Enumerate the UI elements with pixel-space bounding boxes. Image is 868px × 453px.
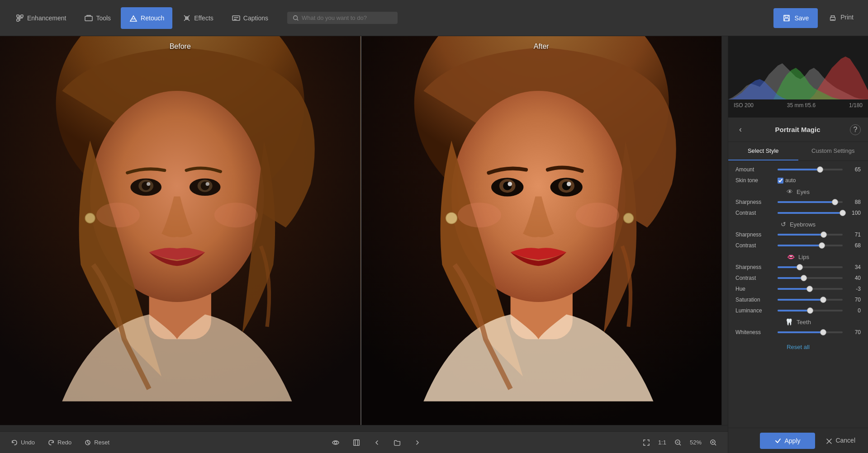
eyebrows-contrast-row: Contrast 68 — [735, 242, 861, 249]
lips-saturation-row: Saturation 70 — [735, 297, 861, 303]
tools-button[interactable]: Tools — [76, 7, 119, 29]
retouch-button[interactable]: Retouch — [121, 7, 172, 29]
reset-label: Reset — [94, 439, 109, 446]
eyes-sharpness-slider[interactable] — [778, 201, 843, 203]
amount-slider-thumb[interactable] — [817, 166, 823, 173]
eyes-sharpness-value: 88 — [846, 199, 861, 205]
print-icon — [829, 14, 837, 22]
lips-contrast-row: Contrast 40 — [735, 275, 861, 281]
apply-label: Apply — [784, 437, 800, 444]
nav-prev-button[interactable] — [370, 437, 384, 448]
svg-point-41 — [623, 213, 633, 223]
lips-icon: 👄 — [787, 253, 795, 260]
svg-point-6 — [294, 15, 298, 19]
eyebrows-section-title: Eyebrows — [790, 221, 816, 228]
lips-hue-slider[interactable] — [778, 288, 843, 290]
lips-sharpness-slider[interactable] — [778, 266, 843, 268]
close-icon — [826, 438, 832, 444]
retouch-label: Retouch — [141, 14, 164, 22]
retouch-icon — [129, 14, 138, 23]
top-toolbar: Enhancement Tools Retouch Effects Captio… — [0, 0, 868, 36]
zoom-out-icon — [674, 439, 682, 446]
eyebrows-sharpness-label: Sharpness — [735, 231, 774, 238]
save-label: Save — [794, 14, 809, 22]
enhancement-icon — [15, 14, 24, 23]
effects-button[interactable]: Effects — [174, 7, 222, 29]
lips-sharpness-value: 34 — [846, 264, 861, 270]
amount-label: Amount — [735, 166, 774, 173]
eyes-contrast-slider[interactable] — [778, 212, 843, 214]
redo-icon — [47, 439, 55, 446]
nav-next-button[interactable] — [410, 437, 425, 448]
bottom-right-controls: 1:1 52% — [639, 437, 721, 448]
fit-button[interactable] — [349, 437, 364, 448]
redo-button[interactable]: Redo — [44, 437, 75, 448]
teeth-section-title: Teeth — [797, 319, 811, 326]
sliders-content: Amount 65 Skin tone auto — [728, 161, 868, 361]
lips-luminance-slider[interactable] — [778, 310, 843, 311]
tab-custom-settings[interactable]: Custom Settings — [798, 142, 868, 160]
horizontal-scrollbar[interactable] — [0, 425, 728, 431]
exif-iso: ISO 200 — [734, 102, 754, 109]
svg-point-23 — [96, 203, 140, 227]
eyebrows-sharpness-slider[interactable] — [778, 234, 843, 236]
enhancement-button[interactable]: Enhancement — [7, 7, 74, 29]
eyes-sharpness-row: Sharpness 88 — [735, 199, 861, 205]
fullscreen-button[interactable] — [639, 437, 654, 448]
teeth-whiteness-slider[interactable] — [778, 331, 843, 333]
svg-point-22 — [206, 182, 209, 186]
print-button[interactable]: Print — [821, 8, 861, 28]
skin-tone-auto-label: auto — [785, 177, 796, 184]
help-button[interactable]: ? — [850, 124, 861, 135]
teeth-whiteness-value: 70 — [846, 329, 861, 335]
skin-tone-label: Skin tone — [735, 177, 774, 184]
amount-slider[interactable] — [778, 169, 843, 170]
top-right-buttons: Save Print — [773, 8, 861, 28]
print-label: Print — [840, 14, 854, 21]
captions-button[interactable]: Captions — [223, 7, 276, 29]
checkmark-icon — [774, 437, 782, 444]
style-tabs: Select Style Custom Settings — [728, 142, 868, 161]
svg-rect-2 — [17, 19, 19, 21]
before-after-container: Before — [0, 36, 728, 425]
zoom-out-button[interactable] — [671, 437, 685, 448]
tools-label: Tools — [96, 14, 111, 22]
reset-button[interactable]: Reset — [81, 437, 113, 448]
apply-button[interactable]: Apply — [760, 433, 815, 449]
eyes-contrast-value: 100 — [846, 210, 861, 216]
before-label: Before — [170, 42, 191, 51]
folder-button[interactable] — [389, 437, 405, 448]
tab-select-style[interactable]: Select Style — [728, 142, 798, 160]
back-button[interactable]: ‹ — [735, 123, 745, 136]
search-input[interactable] — [302, 14, 392, 21]
eyes-section-header: 👁 Eyes — [735, 188, 861, 195]
svg-point-18 — [147, 182, 150, 186]
cancel-button[interactable]: Cancel — [819, 432, 863, 448]
svg-rect-44 — [353, 439, 359, 445]
image-scroll-bar[interactable] — [721, 36, 728, 425]
eyes-section-title: Eyes — [797, 189, 810, 195]
zoom-in-button[interactable] — [706, 437, 721, 448]
before-image-svg — [0, 36, 360, 425]
skin-tone-checkbox[interactable] — [778, 178, 783, 184]
undo-button[interactable]: Undo — [7, 437, 38, 448]
lips-contrast-label: Contrast — [735, 275, 774, 281]
lips-saturation-slider[interactable] — [778, 299, 843, 301]
search-box[interactable] — [287, 12, 398, 24]
lips-contrast-slider[interactable] — [778, 277, 843, 279]
effects-icon — [182, 14, 191, 23]
eyebrows-contrast-slider[interactable] — [778, 245, 843, 246]
eye-preview-button[interactable] — [328, 437, 343, 448]
reset-all-button[interactable]: Reset all — [787, 344, 810, 350]
svg-point-40 — [446, 212, 457, 224]
tools-icon — [84, 14, 93, 23]
captions-icon — [232, 14, 241, 23]
chevron-left-icon — [373, 439, 380, 446]
image-area: Before — [0, 36, 728, 453]
eyebrows-icon: ↺ — [781, 221, 786, 228]
teeth-whiteness-row: Whiteness 70 — [735, 329, 861, 335]
bottom-center-controls — [119, 437, 634, 448]
save-button[interactable]: Save — [773, 8, 818, 28]
lips-luminance-label: Luminance — [735, 307, 774, 314]
after-panel: After — [361, 36, 722, 425]
